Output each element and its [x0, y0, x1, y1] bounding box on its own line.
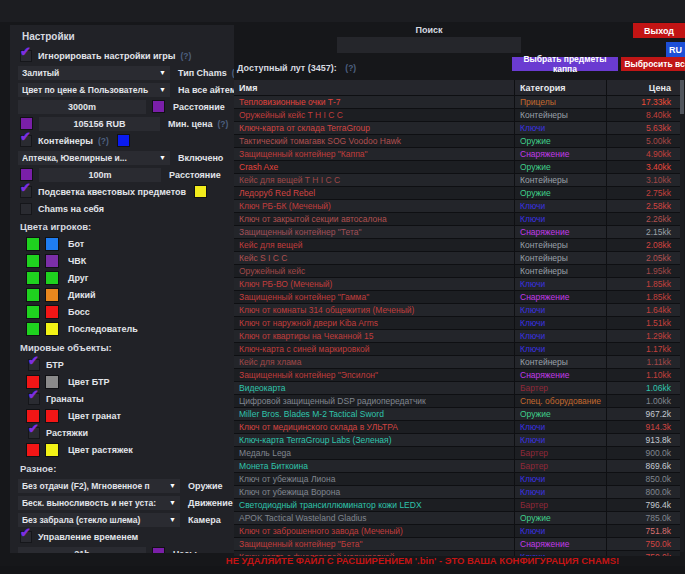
- table-row[interactable]: Ключ от убежища ЛионаКлючи850.0k: [234, 473, 680, 486]
- help-icon[interactable]: (?): [345, 63, 356, 73]
- table-row[interactable]: Кейс для хламаКонтейнеры1.11kk: [234, 356, 680, 369]
- color-swatch[interactable]: [45, 375, 59, 389]
- containers-filter-dropdown[interactable]: Аптечка, Ювелирные и... ▼: [18, 151, 170, 165]
- column-header-category[interactable]: Категория: [514, 80, 606, 95]
- table-row[interactable]: Защищенный контейнер "Тета"Снаряжение2.1…: [234, 226, 680, 239]
- color-swatch[interactable]: [26, 254, 40, 268]
- exit-button[interactable]: Выход: [633, 23, 685, 38]
- table-scrollbar[interactable]: [680, 80, 684, 552]
- checkbox-btr[interactable]: ✔ БТР: [26, 358, 226, 371]
- table-row[interactable]: Ключ от закрытой секции автосалонаКлючи2…: [234, 213, 680, 226]
- distance-color-swatch[interactable]: [152, 100, 165, 113]
- camera-dropdown[interactable]: Без забрала (стекло шлема) ▼: [18, 513, 180, 527]
- checkbox-icon[interactable]: ✔: [20, 186, 32, 198]
- table-row[interactable]: Ключ РБ-БК (Меченый)Ключи2.58kk: [234, 200, 680, 213]
- all-items-dropdown[interactable]: Цвет по цене & Пользователь ▼: [18, 83, 170, 97]
- color-swatch[interactable]: [45, 409, 59, 423]
- help-icon[interactable]: (?): [180, 51, 191, 61]
- checkbox-ignore-game-settings[interactable]: ✔ Игнорировать настройки игры (?): [18, 49, 226, 62]
- hours-input[interactable]: [18, 547, 146, 554]
- table-row[interactable]: Ледоруб Red RebelОружие2.75kk: [234, 187, 680, 200]
- color-swatch[interactable]: [26, 322, 40, 336]
- table-row[interactable]: Ключ от комнаты 314 общежития (Меченый)К…: [234, 304, 680, 317]
- distance-input[interactable]: [18, 100, 146, 114]
- table-row[interactable]: Медаль LegaБартер900.0k: [234, 447, 680, 460]
- item-name: Ключ-карта TerraGroup Labs (Зеленая): [234, 435, 514, 445]
- table-row[interactable]: Тепловизионные очки Т-7Прицелы17.33kk: [234, 96, 680, 109]
- help-icon[interactable]: (?): [232, 68, 234, 78]
- color-swatch[interactable]: [45, 271, 59, 285]
- table-row[interactable]: Защищенный контейнер "Эпсилон"Снаряжение…: [234, 369, 680, 382]
- checkbox-chams-self[interactable]: Chams на себя: [18, 202, 226, 215]
- checkbox-icon[interactable]: [20, 203, 32, 215]
- table-row[interactable]: Ключ-карта TerraGroup Labs (Зеленая)Ключ…: [234, 434, 680, 447]
- help-icon[interactable]: (?): [217, 119, 228, 129]
- item-category: Ключи: [514, 200, 606, 212]
- checkbox-containers[interactable]: ✔ Контейнеры (?): [18, 134, 226, 147]
- language-button[interactable]: RU: [666, 42, 685, 57]
- color-swatch[interactable]: [45, 305, 59, 319]
- containers-color-swatch[interactable]: [117, 134, 130, 147]
- color-swatch[interactable]: [26, 271, 40, 285]
- scrollbar-thumb[interactable]: [680, 80, 684, 114]
- table-row[interactable]: Оружейный кейсКонтейнеры1.95kk: [234, 265, 680, 278]
- quest-color-swatch[interactable]: [194, 185, 207, 198]
- table-row[interactable]: Ключ от медицинского склада в УЛЬТРАКлюч…: [234, 421, 680, 434]
- checkbox-time-control[interactable]: ✔ Управление временем: [18, 530, 226, 543]
- color-swatch[interactable]: [26, 288, 40, 302]
- table-row[interactable]: Ключ-карта с синей маркировкойКлючи1.17k…: [234, 343, 680, 356]
- containers-distance-input[interactable]: [39, 168, 161, 182]
- checkbox-icon[interactable]: ✔: [28, 359, 40, 371]
- checkbox-icon[interactable]: ✔: [28, 393, 40, 405]
- table-row[interactable]: Цифровой защищенный DSP радиопередатчикС…: [234, 395, 680, 408]
- color-swatch[interactable]: [26, 443, 40, 457]
- movement-dropdown[interactable]: Беск. выносливость и нет уста: ▼: [18, 496, 180, 510]
- table-row[interactable]: Кейс для вещейКонтейнеры2.08kk: [234, 239, 680, 252]
- table-row[interactable]: Ключ от наружной двери Kiba ArmsКлючи1.5…: [234, 317, 680, 330]
- checkbox-icon[interactable]: ✔: [20, 135, 32, 147]
- table-row[interactable]: Оружейный кейс T H I C CКонтейнеры8.40kk: [234, 109, 680, 122]
- table-row[interactable]: Кейс S I C CКонтейнеры2.05kk: [234, 252, 680, 265]
- table-row[interactable]: Ключ от заброшенного завода (Меченый)Клю…: [234, 525, 680, 538]
- checkbox-quest-highlight[interactable]: ✔ Подсветка квестовых предметов: [18, 185, 226, 198]
- color-swatch[interactable]: [45, 322, 59, 336]
- color-swatch[interactable]: [26, 237, 40, 251]
- color-swatch[interactable]: [45, 254, 59, 268]
- item-name: Ключ от медицинского склада в УЛЬТРА: [234, 422, 514, 432]
- color-swatch[interactable]: [26, 305, 40, 319]
- table-row[interactable]: Ключ-карта от склада TerraGroupКлючи5.63…: [234, 122, 680, 135]
- table-row[interactable]: Ключ от убежища ВоронаКлючи800.0k: [234, 486, 680, 499]
- table-row[interactable]: Монета БиткоинаБартер869.6k: [234, 460, 680, 473]
- checkbox-grenades[interactable]: ✔ Гранаты: [26, 392, 226, 405]
- search-input[interactable]: [337, 37, 521, 53]
- checkbox-icon[interactable]: ✔: [28, 427, 40, 439]
- table-row[interactable]: Защищенный контейнер "Каппа"Снаряжение4.…: [234, 148, 680, 161]
- table-row[interactable]: Crash AxeОружие3.40kk: [234, 161, 680, 174]
- checkbox-icon[interactable]: ✔: [20, 50, 32, 62]
- table-row[interactable]: Ключ от квартиры на Чеканной 15Ключи1.29…: [234, 330, 680, 343]
- color-swatch[interactable]: [45, 288, 59, 302]
- column-header-price[interactable]: Цена: [606, 80, 680, 95]
- table-row[interactable]: Кейс для вещей T H I C CКонтейнеры3.10kk: [234, 174, 680, 187]
- item-price: 4.90kk: [606, 148, 680, 160]
- weapon-dropdown[interactable]: Без отдачи (F2), Мгновенное п ▼: [18, 479, 180, 493]
- color-swatch[interactable]: [45, 443, 59, 457]
- select-kappa-items-button[interactable]: Выбрать предметы каппа: [512, 57, 618, 71]
- checkbox-icon[interactable]: ✔: [20, 531, 32, 543]
- table-row[interactable]: Защищенный контейнер "Гамма"Снаряжение1.…: [234, 291, 680, 304]
- table-row[interactable]: Защищенный контейнер "Бета"Снаряжение750…: [234, 538, 680, 551]
- table-row[interactable]: APOK Tactical Wasteland GladiusОружие785…: [234, 512, 680, 525]
- discard-all-button[interactable]: Выбросить все: [621, 57, 685, 71]
- hours-color-swatch[interactable]: [152, 547, 165, 553]
- chams-type-dropdown[interactable]: Залитый ▼: [18, 66, 170, 80]
- min-price-input[interactable]: [39, 117, 160, 131]
- table-row[interactable]: Miller Bros. Blades M-2 Tactical SwordОр…: [234, 408, 680, 421]
- table-row[interactable]: Ключ РБ-ВО (Меченый)Ключи1.85kk: [234, 278, 680, 291]
- table-row[interactable]: Тактический томагавк SOG Voodoo HawkОруж…: [234, 135, 680, 148]
- column-header-name[interactable]: Имя: [234, 83, 514, 93]
- checkbox-tripwires[interactable]: ✔ Растяжки: [26, 426, 226, 439]
- table-row[interactable]: ВидеокартаБартер1.06kk: [234, 382, 680, 395]
- help-icon[interactable]: (?): [98, 136, 109, 146]
- color-swatch[interactable]: [45, 237, 59, 251]
- table-row[interactable]: Светодиодный трансиллюминатор кожи LEDXБ…: [234, 499, 680, 512]
